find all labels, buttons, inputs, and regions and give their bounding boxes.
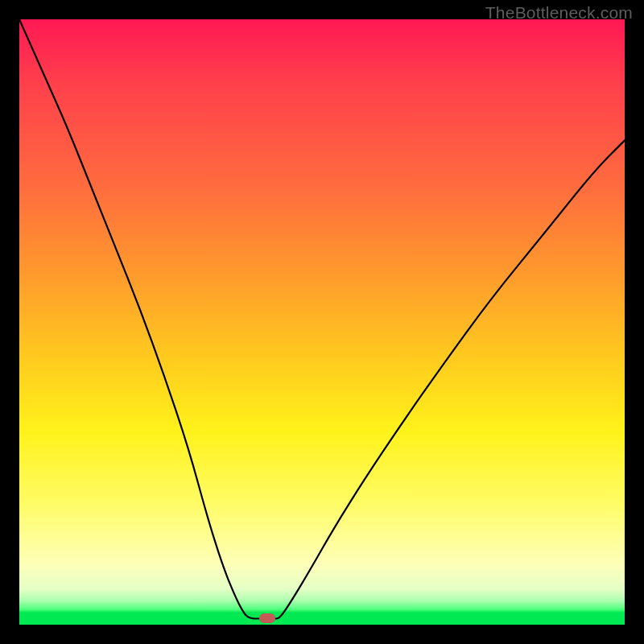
chart-frame: TheBottleneck.com <box>0 0 644 644</box>
bottleneck-curve <box>19 19 625 625</box>
plot-area <box>19 19 625 625</box>
optimal-point-marker <box>259 613 275 623</box>
curve-path <box>19 19 625 619</box>
